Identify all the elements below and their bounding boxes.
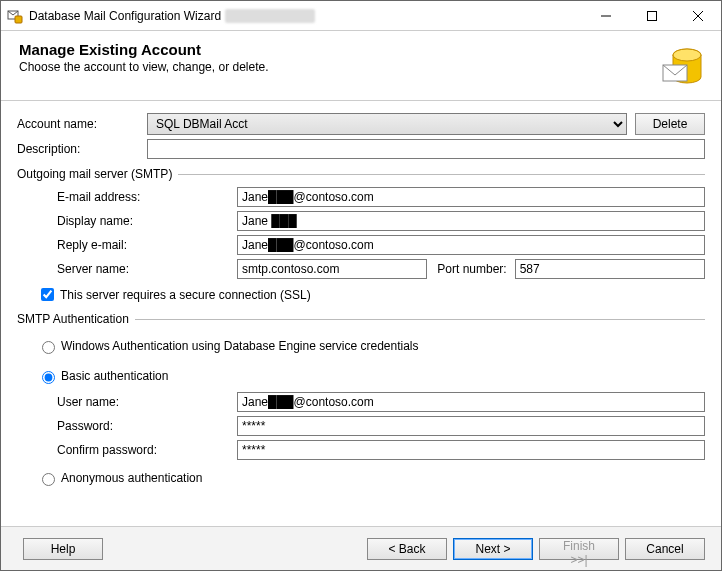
auth-basic-label: Basic authentication (61, 369, 168, 383)
back-button[interactable]: < Back (367, 538, 447, 560)
wizard-footer: Help < Back Next > Finish >>| Cancel (1, 526, 721, 570)
help-button[interactable]: Help (23, 538, 103, 560)
account-name-label: Account name: (17, 117, 147, 131)
confirm-password-input[interactable] (237, 440, 705, 460)
ssl-label: This server requires a secure connection… (60, 288, 311, 302)
close-button[interactable] (675, 1, 721, 31)
page-title: Manage Existing Account (19, 41, 269, 58)
page-subtitle: Choose the account to view, change, or d… (19, 60, 269, 74)
svg-point-7 (673, 49, 701, 61)
port-input[interactable] (515, 259, 705, 279)
maximize-button[interactable] (629, 1, 675, 31)
delete-button[interactable]: Delete (635, 113, 705, 135)
email-label: E-mail address: (37, 190, 237, 204)
password-label: Password: (37, 419, 237, 433)
content-area: Account name: SQL DBMail Acct Delete Des… (1, 101, 721, 486)
description-label: Description: (17, 142, 147, 156)
server-name-input[interactable] (237, 259, 427, 279)
auth-group-label: SMTP Authentication (17, 312, 705, 326)
cancel-button[interactable]: Cancel (625, 538, 705, 560)
wizard-header: Manage Existing Account Choose the accou… (1, 31, 721, 101)
next-button[interactable]: Next > (453, 538, 533, 560)
finish-button[interactable]: Finish >>| (539, 538, 619, 560)
email-input[interactable] (237, 187, 705, 207)
server-name-label: Server name: (37, 262, 237, 276)
auth-basic-radio[interactable] (42, 371, 55, 384)
smtp-group-label: Outgoing mail server (SMTP) (17, 167, 705, 181)
svg-rect-3 (648, 11, 657, 20)
description-input[interactable] (147, 139, 705, 159)
ssl-checkbox[interactable] (41, 288, 54, 301)
reply-email-input[interactable] (237, 235, 705, 255)
user-name-input[interactable] (237, 392, 705, 412)
title-bar: Database Mail Configuration Wizard (1, 1, 721, 31)
port-label: Port number: (427, 262, 514, 276)
auth-anon-label: Anonymous authentication (61, 471, 202, 485)
window-title: Database Mail Configuration Wizard (29, 9, 221, 23)
confirm-password-label: Confirm password: (37, 443, 237, 457)
auth-windows-radio[interactable] (42, 341, 55, 354)
auth-anon-radio[interactable] (42, 473, 55, 486)
display-name-label: Display name: (37, 214, 237, 228)
minimize-button[interactable] (583, 1, 629, 31)
title-obscured (225, 9, 315, 23)
reply-email-label: Reply e-mail: (37, 238, 237, 252)
display-name-input[interactable] (237, 211, 705, 231)
auth-windows-label: Windows Authentication using Database En… (61, 339, 419, 353)
account-name-select[interactable]: SQL DBMail Acct (147, 113, 627, 135)
app-icon (7, 8, 23, 24)
password-input[interactable] (237, 416, 705, 436)
user-name-label: User name: (37, 395, 237, 409)
svg-rect-1 (15, 16, 22, 23)
database-mail-icon (657, 41, 705, 92)
